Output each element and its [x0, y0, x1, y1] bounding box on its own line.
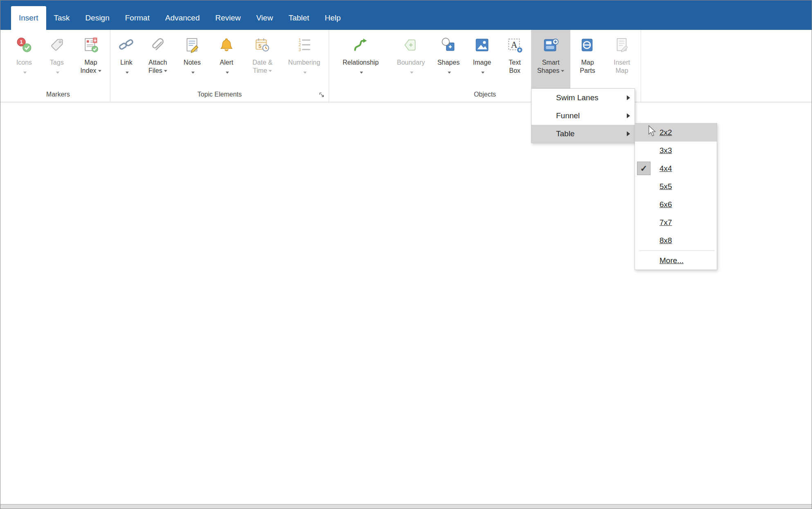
ribbon-group-markers: 1 Icons Tags [6, 30, 110, 102]
attach-files-label-2: Files [148, 67, 162, 74]
insert-map-button[interactable]: Insert Map [605, 30, 639, 88]
group-label-topic-elements: Topic Elements [110, 88, 329, 102]
notes-icon [184, 36, 201, 54]
link-button[interactable]: Link [112, 30, 141, 88]
submenu-arrow-icon [627, 95, 630, 100]
dropdown-caret-icon [561, 70, 564, 72]
submenu-item-8x8[interactable]: 8x8 [635, 232, 717, 250]
tab-help[interactable]: Help [317, 6, 348, 30]
svg-text:1: 1 [298, 38, 301, 43]
svg-text:2: 2 [298, 42, 301, 47]
date-time-button[interactable]: 5 Date & Time [244, 30, 281, 88]
smart-shapes-button[interactable]: Smart Shapes Swim Lanes Funnel [531, 30, 570, 88]
ribbon: 1 Icons Tags [0, 30, 812, 102]
icons-marker-icon: 1 [16, 36, 33, 54]
boundary-icon [402, 36, 419, 54]
relationship-arrow-icon [352, 36, 369, 54]
menu-separator [639, 250, 715, 251]
tab-tablet[interactable]: Tablet [281, 6, 317, 30]
paperclip-icon [149, 36, 166, 54]
link-label: Link [120, 59, 132, 66]
tab-advanced[interactable]: Advanced [157, 6, 208, 30]
dropdown-caret-icon [303, 72, 307, 74]
map-index-icon [82, 36, 99, 54]
submenu-item-more[interactable]: More... [635, 252, 717, 270]
notes-button[interactable]: Notes [175, 30, 209, 88]
size-5x5-label: 5x5 [659, 182, 672, 191]
submenu-item-3x3[interactable]: 3x3 [635, 142, 717, 160]
tab-insert[interactable]: Insert [11, 6, 46, 30]
dropdown-caret-icon [126, 72, 129, 74]
attach-files-button[interactable]: Attach Files [141, 30, 175, 88]
group-label-markers: Markers [6, 88, 110, 102]
menu-bar: Insert Task Design Format Advanced Revie… [0, 0, 812, 30]
funnel-label: Funnel [556, 111, 580, 120]
boundary-button[interactable]: Boundary [390, 30, 431, 88]
map-parts-button[interactable]: Map Parts [570, 30, 605, 88]
dropdown-caret-icon [360, 72, 363, 74]
app-window: Insert Task Design Format Advanced Revie… [0, 0, 812, 509]
boundary-label: Boundary [397, 59, 425, 66]
menu-item-table[interactable]: Table [532, 125, 635, 143]
alert-button[interactable]: Alert [209, 30, 244, 88]
submenu-item-5x5[interactable]: 5x5 [635, 178, 717, 196]
map-index-label-2: Index [80, 67, 96, 74]
image-button[interactable]: Image [466, 30, 498, 88]
numbering-button[interactable]: 1 2 3 Numbering [281, 30, 327, 88]
text-box-label-1: Text [509, 59, 520, 66]
relationship-button[interactable]: Relationship [331, 30, 390, 88]
tag-icon [48, 36, 65, 54]
shapes-button[interactable]: Shapes [431, 30, 466, 88]
map-index-button[interactable]: Map Index [73, 30, 108, 88]
image-label: Image [473, 59, 491, 66]
mouse-cursor-icon [648, 125, 656, 139]
submenu-arrow-icon [627, 113, 630, 118]
numbered-list-icon: 1 2 3 [296, 36, 313, 54]
tab-format[interactable]: Format [117, 6, 157, 30]
insert-map-label-2: Map [615, 67, 628, 74]
smart-shapes-menu: Swim Lanes Funnel Table [531, 88, 635, 143]
table-label: Table [556, 129, 574, 138]
tab-review[interactable]: Review [207, 6, 248, 30]
text-box-label-2: Box [509, 67, 520, 74]
submenu-item-2x2[interactable]: 2x2 [635, 124, 717, 142]
svg-text:3: 3 [298, 47, 301, 52]
tab-task[interactable]: Task [46, 6, 78, 30]
size-3x3-label: 3x3 [659, 146, 672, 155]
smart-shapes-label-2: Shapes [537, 67, 559, 74]
tab-view[interactable]: View [249, 6, 281, 30]
smart-shapes-icon [542, 36, 559, 54]
insert-map-label-1: Insert [614, 59, 630, 66]
map-parts-label-2: Parts [580, 67, 595, 74]
svg-text:1: 1 [20, 39, 23, 45]
dropdown-caret-icon [226, 72, 229, 74]
relationship-label: Relationship [343, 59, 379, 66]
ribbon-group-objects: Relationship Boundary [329, 30, 641, 102]
dialog-launcher-icon[interactable] [319, 92, 325, 99]
menu-item-funnel[interactable]: Funnel [532, 107, 635, 125]
submenu-item-6x6[interactable]: 6x6 [635, 196, 717, 214]
dropdown-caret-icon [56, 72, 59, 74]
notes-label: Notes [184, 59, 201, 66]
size-6x6-label: 6x6 [659, 200, 672, 209]
shapes-label: Shapes [437, 59, 460, 66]
icons-label: Icons [16, 59, 32, 66]
bottom-window-edge [0, 504, 812, 509]
tags-button[interactable]: Tags [40, 30, 73, 88]
dropdown-caret-icon [481, 72, 485, 74]
menu-item-swim-lanes[interactable]: Swim Lanes [532, 89, 635, 107]
icons-button[interactable]: 1 Icons [8, 30, 40, 88]
tab-design[interactable]: Design [78, 6, 117, 30]
tags-label: Tags [50, 59, 64, 66]
text-box-button[interactable]: A Text Box [498, 30, 531, 88]
text-box-icon: A [506, 36, 523, 54]
map-index-label-1: Map [84, 59, 97, 66]
submenu-item-4x4[interactable]: ✓ 4x4 [635, 160, 717, 178]
smart-shapes-label-1: Smart [542, 59, 560, 66]
submenu-item-7x7[interactable]: 7x7 [635, 214, 717, 232]
table-size-submenu: 2x2 3x3 ✓ [635, 123, 717, 270]
swim-lanes-label: Swim Lanes [556, 93, 599, 102]
attach-files-label-1: Attach [148, 59, 167, 66]
dropdown-caret-icon [269, 70, 272, 72]
svg-text:5: 5 [258, 43, 261, 49]
